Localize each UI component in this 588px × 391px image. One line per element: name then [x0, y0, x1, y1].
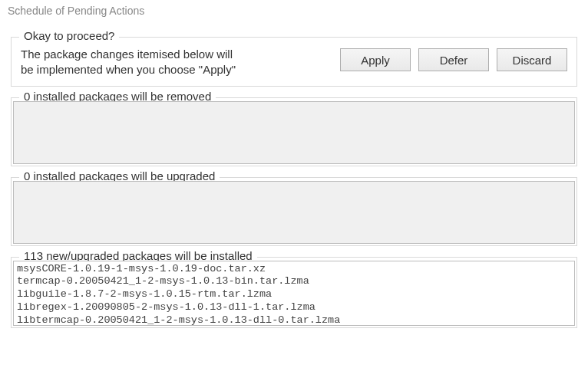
discard-button[interactable]: Discard — [497, 48, 567, 71]
action-button-row: Apply Defer Discard — [340, 48, 567, 71]
remove-groupbox: 0 installed packages will be removed — [11, 97, 577, 166]
defer-button[interactable]: Defer — [418, 48, 489, 71]
install-groupbox: 113 new/upgraded packages will be instal… — [11, 257, 577, 328]
apply-button[interactable]: Apply — [340, 48, 411, 71]
proceed-line1: The package changes itemised below will — [21, 48, 233, 61]
proceed-groupbox: Okay to proceed? The package changes ite… — [11, 37, 577, 87]
install-list[interactable]: msysCORE-1.0.19-1-msys-1.0.19-doc.tar.xz… — [13, 261, 575, 326]
proceed-description: The package changes itemised below will … — [21, 47, 236, 78]
upgrade-groupbox: 0 installed packages will be upgraded — [11, 177, 577, 246]
dialog-content: Okay to proceed? The package changes ite… — [0, 21, 588, 339]
remove-list[interactable] — [13, 101, 575, 164]
proceed-legend: Okay to proceed? — [19, 29, 119, 42]
proceed-line2: be implemented when you choose "Apply" — [21, 63, 236, 76]
upgrade-list[interactable] — [13, 181, 575, 244]
window-title: Schedule of Pending Actions — [0, 0, 588, 21]
